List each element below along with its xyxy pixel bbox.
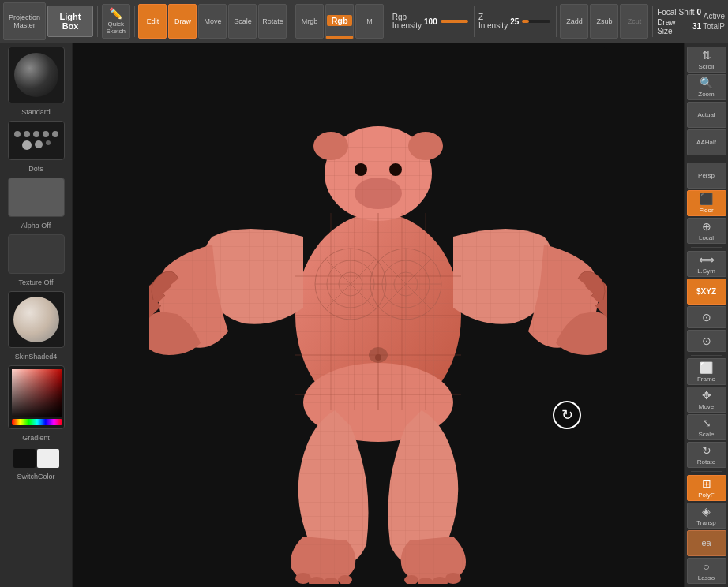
zoom-icon: 🔍 xyxy=(700,77,713,89)
scale-btn[interactable]: Scale xyxy=(228,4,257,39)
move-btn[interactable]: Move xyxy=(198,4,227,39)
ea-btn[interactable]: ea xyxy=(687,530,726,556)
local-btn[interactable]: ⊕ Local xyxy=(687,218,726,244)
lsym-btn[interactable]: ⟺ L.Sym xyxy=(687,251,726,277)
transp-icon: ◈ xyxy=(702,505,711,518)
rotate-rp-btn[interactable]: ↻ Rotate xyxy=(687,442,726,468)
alpha-preview[interactable] xyxy=(8,178,65,217)
standard-brush-preview[interactable] xyxy=(8,47,65,103)
edit-btn[interactable]: Edit xyxy=(138,4,167,39)
model-container xyxy=(81,51,676,579)
material-label: SkinShaded4 xyxy=(15,353,58,361)
color-swatches[interactable] xyxy=(13,449,59,468)
move-rp-btn[interactable]: ✥ Move xyxy=(687,387,726,413)
dots-label: Dots xyxy=(28,165,43,173)
color-square xyxy=(12,369,62,417)
gradient-label: Gradient xyxy=(22,434,50,442)
separator xyxy=(97,6,98,37)
lasso-btn[interactable]: ○ Lasso xyxy=(687,558,726,584)
draw-btn[interactable]: Draw xyxy=(168,4,197,39)
lightbox-button[interactable]: Light Box xyxy=(47,6,93,37)
floor-icon: ⬛ xyxy=(700,193,713,205)
svg-point-9 xyxy=(389,163,402,176)
actual-btn[interactable]: Actual xyxy=(687,102,726,128)
rotate-btn[interactable]: Rotate xyxy=(258,4,287,39)
material-sphere[interactable] xyxy=(8,291,65,348)
local-icon: ⊕ xyxy=(702,220,711,233)
zsub-btn[interactable]: Zsub xyxy=(590,4,618,39)
separator xyxy=(134,6,135,37)
zadd-btn[interactable]: Zadd xyxy=(560,4,588,39)
svg-point-32 xyxy=(445,573,461,584)
scale-rp-btn[interactable]: ⤡ Scale xyxy=(687,414,726,440)
texture-label: Texture Off xyxy=(19,279,54,286)
right-panel-sep4 xyxy=(691,471,722,472)
canvas-area[interactable]: ↻ xyxy=(73,43,684,587)
left-panel: Standard Dots Alpha Off Texture Off S xyxy=(0,43,73,587)
right-panel-sep xyxy=(691,159,722,159)
r2-btn[interactable]: ⊙ xyxy=(687,330,726,352)
scroll-icon: ⇅ xyxy=(702,49,711,62)
alpha-label: Alpha Off xyxy=(21,222,51,230)
separator xyxy=(556,6,557,37)
top-right-info: Active TotalP xyxy=(703,12,725,31)
m-btn[interactable]: M xyxy=(355,4,384,39)
zoom-btn[interactable]: 🔍 Zoom xyxy=(687,74,726,100)
z-intensity-slider[interactable] xyxy=(522,20,550,23)
material-sphere-inner xyxy=(13,297,59,342)
swatch-black[interactable] xyxy=(13,449,36,468)
frame-icon: ⬜ xyxy=(700,361,713,374)
xyz-btn[interactable]: $XYZ xyxy=(687,279,726,305)
svg-point-5 xyxy=(313,132,348,160)
svg-point-7 xyxy=(355,178,402,209)
svg-point-28 xyxy=(295,573,311,584)
z-intensity-param: Z Intensity 25 xyxy=(478,13,519,30)
r1-btn[interactable]: ⊙ xyxy=(687,306,726,328)
right-panel: ⇅ Scroll 🔍 Zoom Actual AAHalf Persp ⬛ Fl… xyxy=(684,43,728,587)
dots-row xyxy=(9,128,64,153)
floor-btn[interactable]: ⬛ Floor xyxy=(687,190,726,216)
svg-point-6 xyxy=(408,132,443,160)
right-panel-sep3 xyxy=(691,355,722,356)
polyf-btn[interactable]: ⊞ PolyF xyxy=(687,475,726,501)
hue-slider[interactable] xyxy=(12,419,62,425)
switchcolor-label: SwitchColor xyxy=(17,473,54,480)
move-icon: ✥ xyxy=(702,389,711,402)
dots-preview[interactable] xyxy=(8,121,65,160)
polyf-icon: ⊞ xyxy=(702,477,711,490)
brush-sphere xyxy=(14,53,58,97)
main-content: Standard Dots Alpha Off Texture Off S xyxy=(0,43,728,587)
rotate-icon: ↻ xyxy=(702,444,711,457)
projection-master-btn[interactable]: Projection Master xyxy=(3,2,46,40)
focal-draw-params: Focal Shift 0 Draw Size 31 xyxy=(657,8,701,36)
lasso-icon: ○ xyxy=(703,560,709,573)
quicksketch-icon: ✏️ xyxy=(109,8,122,19)
creature-svg xyxy=(149,47,607,584)
r1-icon: ⊙ xyxy=(702,311,711,323)
swatch-white[interactable] xyxy=(37,449,59,468)
color-picker[interactable] xyxy=(8,365,65,429)
rgb-intensity-param: Rgb Intensity 100 xyxy=(392,13,437,30)
texture-preview[interactable] xyxy=(8,234,65,274)
aahalf-btn[interactable]: AAHalf xyxy=(687,129,726,155)
frame-btn[interactable]: ⬜ Frame xyxy=(687,358,726,384)
quicksketch-btn[interactable]: ✏️ Quick Sketch xyxy=(102,4,130,39)
rgb-intensity-slider[interactable] xyxy=(441,20,468,23)
draw-size-param: Draw Size 31 xyxy=(657,18,701,36)
standard-label: Standard xyxy=(21,108,51,116)
separator xyxy=(652,6,653,37)
svg-point-8 xyxy=(355,163,367,176)
top-toolbar: Projection Master Light Box ✏️ Quick Ske… xyxy=(0,0,728,43)
separator xyxy=(474,6,475,37)
scroll-btn[interactable]: ⇅ Scroll xyxy=(687,47,726,73)
rgb-btn[interactable]: Rgb xyxy=(325,4,354,39)
right-panel-sep2 xyxy=(691,247,722,248)
separator xyxy=(388,6,388,37)
scale-icon: ⤡ xyxy=(702,417,711,429)
lsym-icon: ⟺ xyxy=(699,253,715,266)
mrgb-btn[interactable]: Mrgb xyxy=(295,4,324,39)
persp-btn[interactable]: Persp xyxy=(687,163,726,189)
zcut-btn[interactable]: Zcut xyxy=(620,4,648,39)
rotate-cursor[interactable]: ↻ xyxy=(553,401,581,429)
transp-btn[interactable]: ◈ Transp xyxy=(687,503,726,529)
